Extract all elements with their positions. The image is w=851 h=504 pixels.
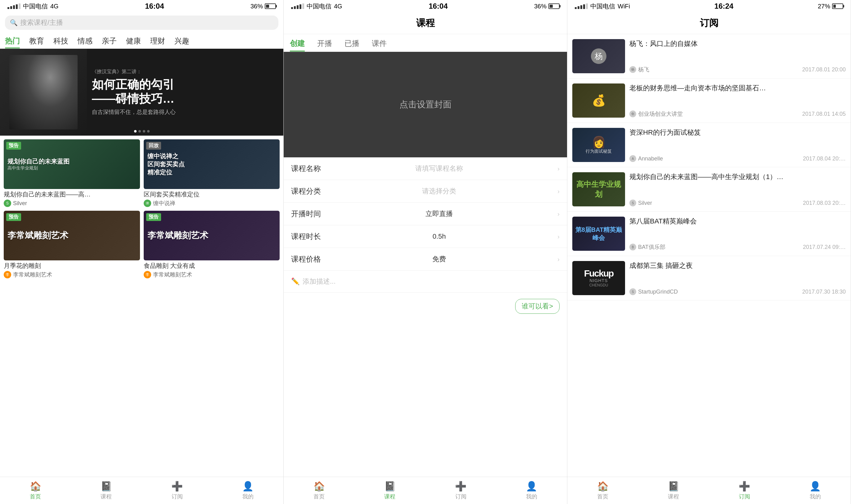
thumb-img-1: 规划你自己的未来蓝图 高中生学业规划 (4, 139, 140, 189)
banner-1[interactable]: 《撩汉宝典》第二讲： 如何正确的勾引——碍情技巧… 自古深情留不住，总是套路得人… (0, 49, 283, 136)
nav-course-3[interactable]: 📓 课程 (638, 477, 709, 504)
grid-item-2[interactable]: 缠中说禅之区间套买卖点精准定位 回放 区间套买卖精准定位 缠 缠中说禅 (144, 139, 280, 207)
status-bar-2: 中国电信 4G 16:04 36% (284, 0, 567, 13)
nav-subscribe-2[interactable]: ➕ 订阅 (426, 477, 496, 504)
status-left-3: 中国电信 WiFi (575, 2, 630, 11)
time-3: 16:24 (714, 2, 734, 11)
fuckup-city: CHENGDU (590, 283, 608, 287)
grid-item-4[interactable]: 李常斌雕刻艺术 预告 食品雕刻 大业有成 李 李常斌雕刻艺术 (144, 211, 280, 278)
home-icon-3: 🏠 (597, 481, 609, 491)
item-author-2: 缠 缠中说禅 (144, 200, 280, 207)
sub-author-avatar-4: S (629, 200, 636, 206)
badge-2: 回放 (146, 142, 161, 149)
subscribe-item-4[interactable]: 高中生学业规划 规划你自己的未来蓝图——高中生学业规划（1）… S Silver… (567, 167, 851, 212)
item-title-2: 区间套买卖精准定位 (144, 190, 280, 198)
item-title-1: 规划你自己的未来蓝图——高… (4, 190, 140, 198)
sub-tab-create[interactable]: 创建 (290, 34, 305, 52)
nav-course-1[interactable]: 📓 课程 (71, 477, 142, 504)
who-can-see-row: 谁可以看> (284, 293, 567, 320)
sub-tab-played[interactable]: 已播 (344, 34, 359, 52)
signal-2 (291, 3, 304, 9)
grid-item-3[interactable]: 李常斌雕刻艺术 预告 月季花的雕刻 李 李常斌雕刻艺术 (4, 211, 140, 278)
sig-dot (302, 3, 304, 9)
thumb-content-5: 第8届BAT精英巅峰会 (572, 217, 625, 251)
sub-author-3: A Annabelle (629, 155, 663, 162)
search-wrap-1[interactable]: 🔍 搜索课程/主播 (5, 16, 278, 30)
author-avatar-3: 李 (4, 271, 11, 278)
sub-title-6: 成都第三集 搞砸之夜 (629, 261, 846, 271)
grid-item-1[interactable]: 规划你自己的未来蓝图 高中生学业规划 预告 规划你自己的未来蓝图——高… S S… (4, 139, 140, 207)
nav-subscribe-3[interactable]: ➕ 订阅 (709, 477, 780, 504)
nav-label-subscribe-2: 订阅 (455, 493, 467, 500)
subscribe-item-3[interactable]: 👩 行为面试秘笈 资深HR的行为面试秘笈 A Annabelle 2017.08… (567, 123, 851, 167)
overlay-4: 李常斌雕刻艺术 (144, 211, 280, 260)
form-row-price[interactable]: 课程价格 免费 › (284, 248, 567, 271)
nav-profile-1[interactable]: 👤 我的 (213, 477, 283, 504)
cover-area[interactable]: 点击设置封面 (284, 52, 567, 157)
subscribe-item-1[interactable]: 杨 杨飞：风口上的自媒体 杨 杨飞 2017.08.01 20:00 (567, 34, 851, 78)
banner-dot (147, 130, 150, 132)
nav-label-course-2: 课程 (384, 493, 395, 500)
form-row-time[interactable]: 开播时间 立即直播 › (284, 203, 567, 225)
cat-tab-interest[interactable]: 兴趣 (175, 33, 189, 49)
category-tabs-1: 热门 教育 科技 情感 亲子 健康 理财 兴趣 (0, 33, 283, 49)
nav-subscribe-1[interactable]: ➕ 订阅 (142, 477, 213, 504)
sub-title-1: 杨飞：风口上的自媒体 (629, 39, 846, 49)
grid-row-1: 规划你自己的未来蓝图 高中生学业规划 预告 规划你自己的未来蓝图——高… S S… (4, 139, 279, 207)
thumb-2: 缠中说禅之区间套买卖点精准定位 回放 (144, 139, 280, 189)
cat-tab-tech[interactable]: 科技 (53, 33, 68, 49)
subscribe-item-6[interactable]: Fuckup NIGHTS CHENGDU 成都第三集 搞砸之夜 S Start… (567, 256, 851, 301)
subscribe-item-2[interactable]: 💰 老板的财务思维—走向资本市场的坚固基石… 创 创业场创业大讲堂 2017.0… (567, 78, 851, 123)
fuckup-logo: Fuckup (584, 269, 614, 278)
nav-profile-2[interactable]: 👤 我的 (496, 477, 567, 504)
sub-info-6: 成都第三集 搞砸之夜 S StartupGrindCD 2017.07.30 1… (629, 261, 846, 295)
nav-label-subscribe-1: 订阅 (171, 493, 183, 500)
who-btn[interactable]: 谁可以看> (515, 299, 560, 314)
form-label-price: 课程价格 (291, 254, 321, 264)
form-value-duration: 0.5h (433, 232, 446, 240)
sub-date-6: 2017.07.30 18:30 (802, 289, 846, 295)
sub-tab-courseware[interactable]: 课件 (372, 34, 387, 52)
home-icon-1: 🏠 (30, 481, 41, 491)
sig-dot (19, 3, 20, 9)
grid-row-2: 李常斌雕刻艺术 预告 月季花的雕刻 李 李常斌雕刻艺术 (4, 211, 279, 278)
thumb-content-4: 高中生学业规划 (572, 172, 625, 206)
battery-pct-2: 36% (534, 3, 546, 10)
nav-profile-3[interactable]: 👤 我的 (780, 477, 851, 504)
cat-tab-child[interactable]: 亲子 (102, 33, 117, 49)
sub-author-5: B BAT俱乐部 (629, 243, 665, 251)
network-2: 4G (334, 3, 342, 10)
cat-tab-edu[interactable]: 教育 (29, 33, 44, 49)
sub-tab-live[interactable]: 开播 (317, 34, 332, 52)
author-name-4: 李常斌雕刻艺术 (153, 271, 192, 278)
sig-dot (300, 4, 301, 9)
battery-icon-3 (832, 3, 843, 9)
form-value-time: 立即直播 (426, 209, 453, 218)
thumb-4: 李常斌雕刻艺术 预告 (144, 211, 280, 260)
nav-home-3[interactable]: 🏠 首页 (567, 477, 638, 504)
sig-dot (13, 5, 15, 9)
ov-title-4: 李常斌雕刻艺术 (147, 230, 276, 241)
cat-tab-finance[interactable]: 理财 (150, 33, 165, 49)
carrier-3: 中国电信 (590, 2, 615, 11)
chevron-icon-price: › (557, 256, 560, 263)
cat-tab-emotion[interactable]: 情感 (77, 33, 92, 49)
add-desc-row[interactable]: ✏️ 添加描述... (284, 271, 567, 293)
overlay-1: 规划你自己的未来蓝图 高中生学业规划 (4, 139, 140, 189)
nav-course-2[interactable]: 📓 课程 (355, 477, 425, 504)
form-row-duration[interactable]: 课程时长 0.5h › (284, 225, 567, 248)
cat-tab-hot[interactable]: 热门 (5, 33, 20, 49)
status-right-3: 27% (818, 3, 843, 10)
sub-meta-4: S Silver 2017.08.03 20:… (629, 200, 846, 206)
sub-date-5: 2017.07.24 09:… (803, 244, 846, 250)
bottom-nav-3: 🏠 首页 📓 课程 ➕ 订阅 👤 我的 (567, 477, 851, 504)
nav-home-1[interactable]: 🏠 首页 (0, 477, 71, 504)
sub-thumb-1: 杨 (572, 39, 625, 73)
sub-author-avatar-3: A (629, 155, 636, 162)
form-row-name[interactable]: 课程名称 请填写课程名称 › (284, 157, 567, 180)
nav-home-2[interactable]: 🏠 首页 (284, 477, 355, 504)
form-row-category[interactable]: 课程分类 请选择分类 › (284, 180, 567, 203)
sig-dot (291, 7, 293, 9)
cat-tab-health[interactable]: 健康 (126, 33, 141, 49)
subscribe-item-5[interactable]: 第8届BAT精英巅峰会 第八届BAT精英巅峰会 B BAT俱乐部 2017.07… (567, 212, 851, 256)
